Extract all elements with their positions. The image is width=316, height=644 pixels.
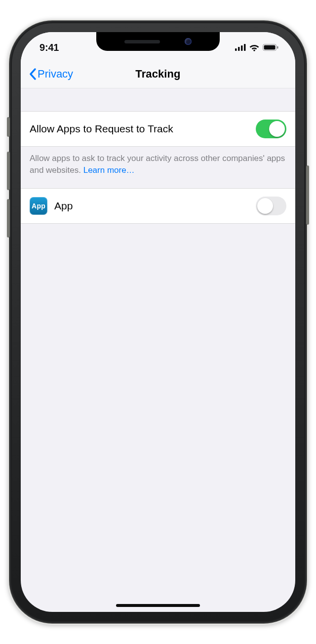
status-time: 9:41 <box>40 42 59 53</box>
power-button <box>306 165 309 225</box>
allow-apps-to-request-toggle[interactable] <box>256 120 286 138</box>
screen: 9:41 <box>21 32 295 612</box>
volume-up-button <box>7 152 10 190</box>
svg-rect-3 <box>244 44 246 51</box>
back-label: Privacy <box>38 68 73 80</box>
silence-switch <box>7 117 10 137</box>
apps-list: AppApp <box>21 188 295 224</box>
section-footer: Allow apps to ask to track your activity… <box>21 147 295 188</box>
speaker-grille <box>124 40 160 43</box>
svg-rect-6 <box>264 45 276 50</box>
back-button[interactable]: Privacy <box>26 60 76 88</box>
notch <box>96 32 220 51</box>
nav-bar: Privacy Tracking <box>21 60 295 88</box>
svg-rect-7 <box>277 46 278 49</box>
app-icon: App <box>30 197 47 215</box>
battery-icon <box>263 44 278 51</box>
volume-down-button <box>7 199 10 238</box>
allow-apps-to-request-label: Allow Apps to Request to Track <box>30 123 249 135</box>
app-row: AppApp <box>21 188 295 224</box>
svg-rect-1 <box>238 47 240 51</box>
svg-rect-2 <box>241 45 243 51</box>
home-indicator[interactable] <box>116 604 200 607</box>
allow-apps-to-request-row: Allow Apps to Request to Track <box>21 111 295 147</box>
svg-point-4 <box>253 49 255 51</box>
page-title: Tracking <box>135 68 180 80</box>
toggle-knob <box>269 121 285 137</box>
front-camera-icon <box>185 38 192 45</box>
svg-rect-0 <box>235 48 237 51</box>
learn-more-link[interactable]: Learn more… <box>83 165 135 175</box>
content-area: Allow Apps to Request to Track Allow app… <box>21 88 295 612</box>
app-name-label: App <box>54 200 249 212</box>
device-frame: 9:41 <box>11 22 305 622</box>
toggle-knob <box>257 198 273 214</box>
status-icons <box>235 43 278 51</box>
footer-description: Allow apps to ask to track your activity… <box>30 154 285 175</box>
cellular-icon <box>235 44 246 51</box>
chevron-left-icon <box>29 68 37 80</box>
wifi-icon <box>249 43 260 51</box>
app-tracking-toggle[interactable] <box>256 197 286 215</box>
